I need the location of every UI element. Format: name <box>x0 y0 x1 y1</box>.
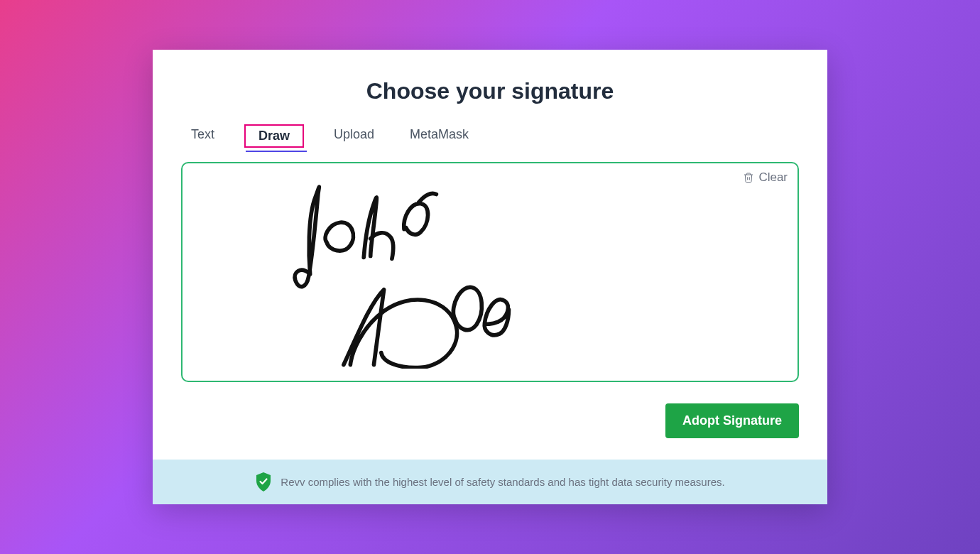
action-row: Adopt Signature <box>181 403 799 438</box>
tab-draw[interactable]: Draw <box>244 124 304 148</box>
tab-text[interactable]: Text <box>185 124 220 148</box>
security-footer: Revv complies with the highest level of … <box>153 460 827 504</box>
tab-list: Text Draw Upload MetaMask <box>181 124 799 148</box>
signature-modal: Choose your signature Text Draw Upload M… <box>153 50 827 504</box>
adopt-signature-button[interactable]: Adopt Signature <box>665 403 799 438</box>
signature-drawing <box>183 163 797 369</box>
footer-text: Revv complies with the highest level of … <box>281 476 724 488</box>
signature-canvas[interactable]: Clear <box>181 162 799 382</box>
tab-metamask[interactable]: MetaMask <box>404 124 474 148</box>
tab-upload[interactable]: Upload <box>328 124 380 148</box>
shield-check-icon <box>255 472 272 491</box>
modal-title: Choose your signature <box>181 78 799 104</box>
modal-body: Choose your signature Text Draw Upload M… <box>153 50 827 460</box>
